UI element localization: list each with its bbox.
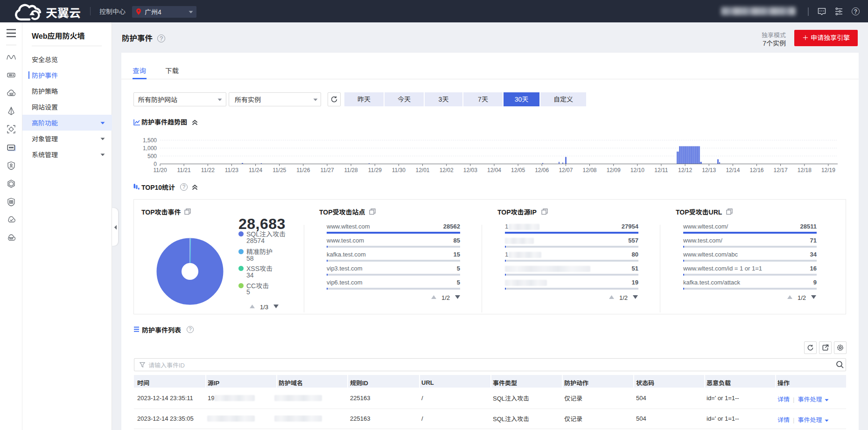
svg-text:11/30: 11/30	[392, 167, 406, 173]
svg-text:12/09: 12/09	[607, 167, 621, 173]
svg-text:12/02: 12/02	[440, 167, 454, 173]
svg-text:0: 0	[154, 161, 157, 167]
svg-text:12/07: 12/07	[559, 167, 573, 173]
svg-text:12/14: 12/14	[726, 167, 740, 173]
svg-text:12/18: 12/18	[798, 167, 812, 173]
svg-text:11/24: 11/24	[249, 167, 262, 173]
svg-text:12/10: 12/10	[630, 167, 644, 173]
svg-text:11/23: 11/23	[225, 167, 238, 173]
svg-text:12/04: 12/04	[487, 167, 501, 173]
svg-text:11/20: 11/20	[153, 167, 167, 173]
svg-text:12/03: 12/03	[463, 167, 477, 173]
svg-text:11/22: 11/22	[201, 167, 215, 173]
svg-text:1,500: 1,500	[143, 137, 157, 144]
svg-text:12/13: 12/13	[702, 167, 716, 173]
svg-text:12/16: 12/16	[749, 167, 763, 173]
svg-text:500: 500	[147, 153, 157, 160]
svg-text:11/26: 11/26	[296, 167, 310, 173]
svg-text:1,000: 1,000	[143, 145, 157, 152]
svg-text:12/01: 12/01	[415, 167, 429, 173]
svg-text:12/08: 12/08	[582, 167, 596, 173]
svg-text:11/28: 11/28	[344, 167, 358, 173]
svg-text:12/06: 12/06	[535, 167, 549, 173]
svg-text:12/17: 12/17	[774, 167, 788, 173]
svg-text:11/25: 11/25	[273, 167, 286, 173]
svg-text:12/19: 12/19	[821, 167, 835, 173]
svg-text:11/21: 11/21	[177, 167, 191, 173]
svg-text:12/12: 12/12	[678, 167, 692, 173]
svg-text:11/27: 11/27	[320, 167, 334, 173]
svg-text:12/11: 12/11	[654, 167, 668, 173]
svg-text:11/29: 11/29	[368, 167, 382, 173]
svg-text:12/05: 12/05	[511, 167, 525, 173]
